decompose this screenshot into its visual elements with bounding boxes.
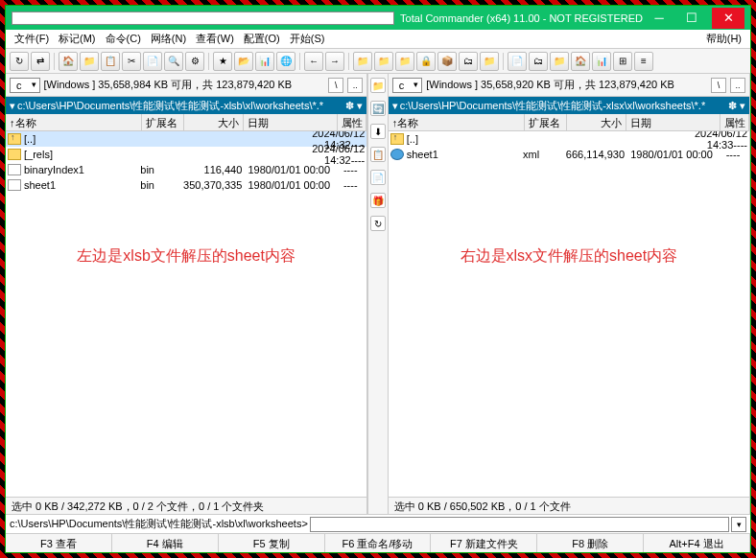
left-headers: ↑名称 扩展名 大小 日期 属性 (6, 114, 366, 131)
left-fav-icon[interactable]: ✽ ▾ (345, 100, 363, 112)
toolbar-button[interactable]: 📂 (234, 52, 253, 71)
file-row[interactable]: [..]2024/06/12 14:33---- (389, 131, 749, 147)
hdr-attr[interactable]: 属性 (721, 114, 749, 130)
toolbar-button[interactable]: 🔒 (416, 52, 436, 71)
fkey-button[interactable]: F3 查看 (6, 534, 112, 552)
file-icon (390, 133, 404, 145)
hdr-date[interactable]: 日期 (244, 114, 338, 130)
toolbar-button[interactable]: 📁 (80, 52, 99, 71)
toolbar-button[interactable]: 📁 (550, 52, 569, 71)
maximize-button[interactable]: ☐ (675, 8, 708, 29)
left-root-button[interactable]: \ (328, 78, 343, 93)
toolbar-button[interactable]: 🔍 (164, 52, 183, 71)
toolbar-button[interactable]: 🏠 (571, 52, 590, 71)
toolbar-button[interactable]: 🗂 (529, 52, 548, 71)
right-up-button[interactable]: .. (730, 78, 745, 93)
hdr-size[interactable]: 大小 (567, 114, 626, 130)
toolbar-button[interactable]: ✂ (122, 52, 141, 71)
file-name: sheet1 (24, 179, 140, 191)
left-drive-select[interactable]: c (10, 78, 40, 93)
menu-bar: 文件(F) 标记(M) 命令(C) 网络(N) 查看(W) 配置(O) 开始(S… (6, 30, 750, 49)
menu-net[interactable]: 网络(N) (146, 30, 191, 48)
hdr-ext[interactable]: 扩展名 (525, 114, 567, 130)
toolbar-button[interactable]: → (325, 52, 344, 71)
menu-config[interactable]: 配置(O) (239, 30, 285, 48)
vtool-button[interactable]: 🎁 (370, 193, 386, 208)
menu-mark[interactable]: 标记(M) (54, 30, 101, 48)
toolbar-button[interactable]: 🗂 (459, 52, 478, 71)
file-row[interactable]: [_rels]2024/06/12 14:32---- (6, 147, 366, 162)
close-button[interactable]: ✕ (712, 8, 744, 29)
hdr-date[interactable]: 日期 (626, 114, 721, 130)
vtool-button[interactable]: ⬇ (370, 124, 386, 139)
menu-file[interactable]: 文件(F) (10, 30, 54, 48)
file-icon (8, 149, 21, 160)
toolbar-button[interactable]: 📁 (480, 52, 499, 71)
minimize-button[interactable]: ─ (643, 8, 675, 29)
vtool-button[interactable]: 📋 (370, 147, 386, 162)
menu-start[interactable]: 开始(S) (285, 30, 330, 48)
left-status: 选中 0 KB / 342,272 KB，0 / 2 个文件，0 / 1 个文件… (6, 497, 366, 514)
fkey-button[interactable]: F5 复制 (219, 534, 325, 552)
toolbar-button[interactable]: ← (304, 52, 323, 71)
right-fav-icon[interactable]: ✽ ▾ (728, 100, 745, 112)
toolbar: ↻⇄🏠📁📋✂📄🔍⚙★📂📊🌐←→📁📁📁🔒📦🗂📁📄🗂📁🏠📊⊞≡ (6, 49, 750, 74)
file-name: sheet1 (407, 149, 523, 160)
right-path: c:\Users\HP\Documents\性能测试\性能测试-xlsx\xl\… (400, 99, 705, 113)
toolbar-button[interactable]: ⊞ (613, 52, 632, 71)
right-root-button[interactable]: \ (711, 78, 726, 93)
toolbar-button[interactable]: 🏠 (59, 52, 78, 71)
file-icon (8, 179, 21, 191)
fkey-button[interactable]: F6 重命名/移动 (325, 534, 432, 552)
toolbar-button[interactable]: ⚙ (185, 52, 204, 71)
vtool-button[interactable]: 🔄 (370, 101, 386, 116)
menu-cmd[interactable]: 命令(C) (101, 30, 146, 48)
vtool-button[interactable]: 📄 (370, 170, 386, 185)
cmd-input[interactable] (310, 517, 729, 532)
file-size: 2024/06/12 14:33---- (688, 131, 747, 151)
file-row[interactable]: sheet1xml666,114,9301980/01/01 00:00---- (389, 147, 749, 162)
toolbar-button[interactable]: 📁 (374, 52, 393, 71)
vtool-button[interactable]: ↻ (370, 216, 386, 231)
file-attr: ---- (719, 149, 747, 160)
fkey-button[interactable]: Alt+F4 退出 (644, 534, 750, 552)
toolbar-button[interactable]: 📄 (143, 52, 162, 71)
toolbar-button[interactable]: ⇄ (31, 52, 50, 71)
toolbar-button[interactable]: 📦 (437, 52, 457, 71)
file-attr: ---- (336, 164, 365, 175)
file-row[interactable]: sheet1bin350,370,3351980/01/01 00:00---- (6, 177, 366, 193)
left-file-list[interactable]: [..]2024/06/12 14:32----[_rels]2024/06/1… (6, 131, 366, 497)
fkey-button[interactable]: F8 删除 (537, 534, 644, 552)
menu-help[interactable]: 帮助(H) (701, 30, 746, 48)
toolbar-button[interactable]: 📊 (255, 52, 274, 71)
right-path-bar[interactable]: ▾ c:\Users\HP\Documents\性能测试\性能测试-xlsx\x… (389, 97, 749, 114)
toolbar-button[interactable]: ↻ (10, 52, 29, 71)
toolbar-button[interactable]: 📁 (395, 52, 414, 71)
hdr-name[interactable]: ↑名称 (389, 114, 525, 130)
hdr-size[interactable]: 大小 (184, 114, 244, 130)
vtool-button[interactable]: 📁 (370, 78, 386, 93)
vertical-toolbar: 📁🔄⬇📋📄🎁↻ (367, 74, 388, 514)
toolbar-button[interactable]: ≡ (634, 52, 653, 71)
toolbar-button[interactable]: 📁 (353, 52, 372, 71)
left-path: c:\Users\HP\Documents\性能测试\性能测试-xlsb\xl\… (17, 99, 323, 113)
left-up-button[interactable]: .. (347, 78, 363, 93)
hdr-name[interactable]: ↑名称 (6, 114, 142, 130)
cmd-history-button[interactable]: ▾ (731, 517, 746, 532)
right-drive-select[interactable]: c (392, 78, 423, 93)
hdr-ext[interactable]: 扩展名 (142, 114, 184, 130)
toolbar-button[interactable]: 📋 (101, 52, 120, 71)
toolbar-button[interactable]: ★ (213, 52, 232, 71)
left-path-bar[interactable]: ▾ c:\Users\HP\Documents\性能测试\性能测试-xlsb\x… (6, 97, 366, 114)
fkey-button[interactable]: F4 编辑 (112, 534, 219, 552)
toolbar-button[interactable]: 📊 (592, 52, 611, 71)
toolbar-button[interactable]: 🌐 (276, 52, 295, 71)
fkey-button[interactable]: F7 新建文件夹 (431, 534, 537, 552)
cmd-prompt: c:\Users\HP\Documents\性能测试\性能测试-xlsb\xl\… (10, 517, 308, 531)
right-file-list[interactable]: [..]2024/06/12 14:33----sheet1xml666,114… (389, 131, 749, 497)
file-row[interactable]: binaryIndex1bin116,4401980/01/01 00:00--… (6, 162, 366, 177)
right-status: 选中 0 KB / 650,502 KB，0 / 1 个文件 (389, 497, 749, 514)
hdr-attr[interactable]: 属性 (338, 114, 366, 130)
toolbar-button[interactable]: 📄 (508, 52, 527, 71)
menu-view[interactable]: 查看(W) (191, 30, 239, 48)
